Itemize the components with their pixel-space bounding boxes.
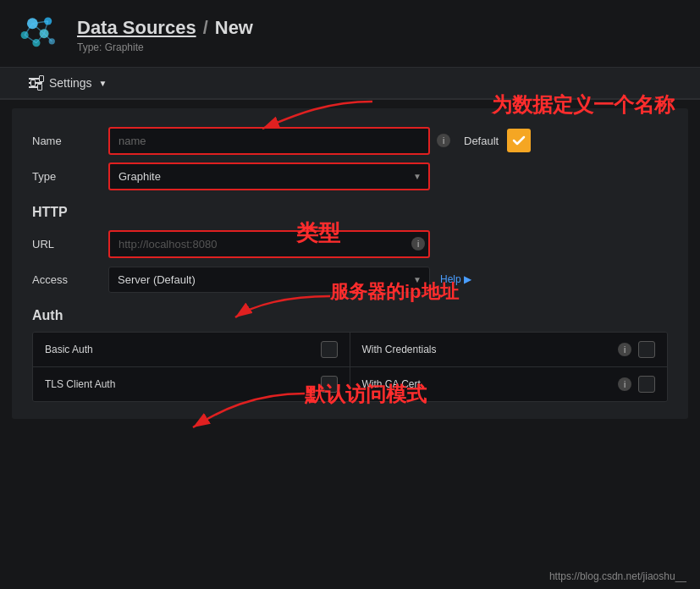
type-select[interactable]: Graphite <box>108 162 430 190</box>
http-section-title: HTTP <box>32 205 668 220</box>
basic-auth-checkbox[interactable] <box>321 341 338 358</box>
auth-grid: Basic Auth With Credentials i TLS Client… <box>32 332 668 402</box>
header-title: Data Sources / New Type: Graphite <box>77 17 253 53</box>
access-select[interactable]: Server (Default) <box>108 267 430 293</box>
grafana-logo <box>17 12 63 58</box>
auth-section-title: Auth <box>32 308 668 323</box>
breadcrumb-current: New <box>215 17 253 39</box>
url-label: URL <box>32 238 108 250</box>
svg-line-12 <box>25 36 36 43</box>
sliders-icon <box>29 78 42 88</box>
with-credentials-checkbox[interactable] <box>638 341 655 358</box>
name-row: Name i Default <box>32 125 668 156</box>
basic-auth-cell: Basic Auth <box>33 333 350 367</box>
url-row: URL i <box>32 228 668 259</box>
with-credentials-label: With Credentials <box>362 344 612 355</box>
default-checkbox[interactable] <box>507 129 531 152</box>
help-button[interactable]: Help ▶ <box>440 273 471 285</box>
settings-tab[interactable]: Settings ▼ <box>17 68 119 98</box>
breadcrumb: Data Sources / New <box>77 17 253 39</box>
header: Data Sources / New Type: Graphite <box>0 0 700 68</box>
url-input[interactable] <box>108 230 430 258</box>
name-info-icon: i <box>437 134 450 147</box>
with-ca-cert-label: With CA Cert <box>362 378 612 390</box>
header-subtitle: Type: Graphite <box>77 41 253 53</box>
tls-client-auth-checkbox[interactable] <box>321 376 338 393</box>
name-label: Name <box>32 135 108 147</box>
type-select-wrapper: Graphite ▼ <box>108 162 430 190</box>
type-row: Type Graphite ▼ <box>32 161 668 191</box>
with-credentials-cell: With Credentials i <box>350 333 668 367</box>
with-ca-cert-cell: With CA Cert i <box>350 367 668 401</box>
with-credentials-info-icon: i <box>618 343 631 356</box>
name-input[interactable] <box>108 127 430 155</box>
tabs-bar: Settings ▼ <box>0 68 700 100</box>
with-ca-cert-checkbox[interactable] <box>638 376 655 393</box>
watermark: https://blog.csdn.net/jiaoshu__ <box>549 570 686 582</box>
main-content: Name i Default Type Graphite ▼ HTTP URL … <box>12 108 688 419</box>
settings-tab-label: Settings <box>49 76 92 90</box>
url-input-wrapper: i <box>108 230 430 258</box>
access-select-wrapper: Server (Default) ▼ <box>108 267 430 293</box>
default-label: Default <box>464 135 499 147</box>
access-label: Access <box>32 273 108 286</box>
access-row: Access Server (Default) ▼ Help ▶ <box>32 264 668 294</box>
url-info-icon: i <box>411 237 425 250</box>
breadcrumb-separator: / <box>203 17 208 39</box>
type-label: Type <box>32 170 108 183</box>
default-section: Default <box>464 129 531 152</box>
breadcrumb-datasources-link[interactable]: Data Sources <box>77 17 196 39</box>
tls-client-auth-cell: TLS Client Auth <box>33 367 350 401</box>
basic-auth-label: Basic Auth <box>45 344 321 355</box>
with-ca-cert-info-icon: i <box>618 377 631 391</box>
tls-client-auth-label: TLS Client Auth <box>45 378 321 390</box>
chevron-down-icon: ▼ <box>99 79 107 88</box>
